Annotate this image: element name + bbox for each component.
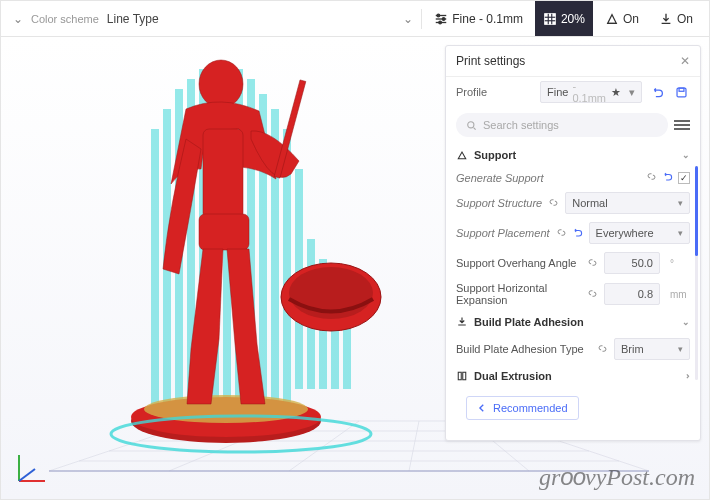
link-icon[interactable] xyxy=(556,227,567,240)
quality-selector[interactable]: Fine - 0.1mm xyxy=(426,1,531,36)
search-row: Search settings xyxy=(446,107,700,143)
search-input[interactable]: Search settings xyxy=(456,113,668,137)
support-structure-row: Support Structure Normal ▾ xyxy=(446,188,700,218)
adhesion-label: On xyxy=(677,12,693,26)
svg-rect-56 xyxy=(679,88,684,91)
section-adhesion[interactable]: Build Plate Adhesion ⌄ xyxy=(446,310,700,334)
download-icon xyxy=(659,12,673,26)
support-label: On xyxy=(623,12,639,26)
adhesion-type-label: Build Plate Adhesion Type xyxy=(456,343,591,355)
horiz-expansion-value: 0.8 xyxy=(638,288,653,300)
horiz-expansion-label: Support Horizontal Expansion xyxy=(456,282,581,306)
support-icon xyxy=(605,12,619,26)
profile-label: Profile xyxy=(456,86,534,98)
svg-point-57 xyxy=(468,121,474,127)
link-icon[interactable] xyxy=(587,288,598,301)
chevron-down-icon: ▾ xyxy=(678,198,683,208)
svg-line-54 xyxy=(19,469,35,481)
recommended-button[interactable]: Recommended xyxy=(466,396,579,420)
reset-icon[interactable] xyxy=(662,171,673,184)
link-icon[interactable] xyxy=(597,343,608,356)
chevron-down-icon: ▾ xyxy=(678,228,683,238)
horiz-expansion-input[interactable]: 0.8 xyxy=(604,283,660,305)
infill-label: 20% xyxy=(561,12,585,26)
profile-value: Fine xyxy=(547,86,568,98)
svg-rect-6 xyxy=(545,13,556,24)
adhesion-type-value: Brim xyxy=(621,343,644,355)
svg-point-4 xyxy=(443,17,446,20)
svg-point-3 xyxy=(437,14,440,17)
infill-selector[interactable]: 20% xyxy=(535,1,593,36)
horiz-expansion-row: Support Horizontal Expansion 0.8 mm xyxy=(446,278,700,310)
support-icon xyxy=(456,149,468,161)
support-placement-label: Support Placement xyxy=(456,227,550,239)
support-structure-label: Support Structure xyxy=(456,197,542,209)
panel-title: Print settings xyxy=(456,54,525,68)
overhang-angle-value: 50.0 xyxy=(632,257,653,269)
search-placeholder: Search settings xyxy=(483,119,559,131)
link-icon[interactable] xyxy=(548,197,559,210)
chevron-down-icon[interactable]: ⌄ xyxy=(9,12,27,26)
support-placement-row: Support Placement Everywhere ▾ xyxy=(446,218,700,248)
color-scheme-label: Color scheme xyxy=(31,13,99,25)
infill-icon xyxy=(543,12,557,26)
quality-label: Fine - 0.1mm xyxy=(452,12,523,26)
axes-gizmo xyxy=(11,449,51,489)
panel-header: Print settings ✕ xyxy=(446,46,700,77)
save-profile-button[interactable] xyxy=(672,83,690,101)
support-toggle[interactable]: On xyxy=(597,1,647,36)
close-icon[interactable]: ✕ xyxy=(680,54,690,68)
adhesion-type-row: Build Plate Adhesion Type Brim ▾ xyxy=(446,334,700,364)
link-icon[interactable] xyxy=(646,171,657,184)
adhesion-type-dropdown[interactable]: Brim ▾ xyxy=(614,338,690,360)
chevron-down-icon: ⌄ xyxy=(682,317,690,327)
svg-point-5 xyxy=(439,21,442,24)
overhang-angle-row: Support Overhang Angle 50.0 ° xyxy=(446,248,700,278)
undo-icon xyxy=(651,86,664,99)
profile-suffix: - 0.1mm xyxy=(572,80,607,104)
divider xyxy=(421,9,422,29)
section-support-title: Support xyxy=(474,149,516,161)
link-icon[interactable] xyxy=(587,257,598,270)
svg-point-45 xyxy=(199,60,243,108)
adhesion-toggle[interactable]: On xyxy=(651,1,701,36)
support-structure-value: Normal xyxy=(572,197,607,209)
reset-profile-button[interactable] xyxy=(648,83,666,101)
search-icon xyxy=(466,120,477,131)
section-dual-extrusion[interactable]: Dual Extrusion ⌄ xyxy=(446,364,700,388)
degree-unit: ° xyxy=(670,258,690,269)
section-dual-extrusion-title: Dual Extrusion xyxy=(474,370,552,382)
support-placement-dropdown[interactable]: Everywhere ▾ xyxy=(589,222,690,244)
color-scheme-value[interactable]: Line Type xyxy=(107,12,159,26)
chevron-right-icon: ⌄ xyxy=(681,372,691,380)
svg-rect-60 xyxy=(463,372,466,380)
support-structure-dropdown[interactable]: Normal ▾ xyxy=(565,192,690,214)
dual-extrusion-icon xyxy=(456,370,468,382)
top-toolbar: ⌄ Color scheme Line Type ⌄ Fine - 0.1mm … xyxy=(1,1,709,37)
support-placement-value: Everywhere xyxy=(596,227,654,239)
print-settings-panel: Print settings ✕ Profile Fine - 0.1mm ★ … xyxy=(445,45,701,441)
overhang-angle-label: Support Overhang Angle xyxy=(456,257,581,269)
profile-row: Profile Fine - 0.1mm ★ ▾ xyxy=(446,77,700,107)
chevron-down-icon: ▾ xyxy=(678,344,683,354)
generate-support-row: Generate Support ✓ xyxy=(446,167,700,188)
section-support[interactable]: Support ⌄ xyxy=(446,143,700,167)
save-icon xyxy=(675,86,688,99)
svg-rect-55 xyxy=(677,88,686,97)
section-adhesion-title: Build Plate Adhesion xyxy=(474,316,584,328)
svg-rect-48 xyxy=(199,214,249,250)
model-preview xyxy=(91,49,411,459)
chevron-down-icon: ▾ xyxy=(629,86,635,99)
star-icon: ★ xyxy=(611,86,621,99)
svg-rect-59 xyxy=(458,372,461,380)
svg-line-58 xyxy=(474,127,476,129)
chevron-down-icon[interactable]: ⌄ xyxy=(399,12,417,26)
profile-dropdown[interactable]: Fine - 0.1mm ★ ▾ xyxy=(540,81,642,103)
scrollbar-thumb[interactable] xyxy=(695,166,698,256)
sliders-icon xyxy=(434,12,448,26)
overhang-angle-input[interactable]: 50.0 xyxy=(604,252,660,274)
generate-support-checkbox[interactable]: ✓ xyxy=(678,172,690,184)
mm-unit: mm xyxy=(670,289,690,300)
menu-icon[interactable] xyxy=(674,120,690,130)
reset-icon[interactable] xyxy=(572,227,583,240)
